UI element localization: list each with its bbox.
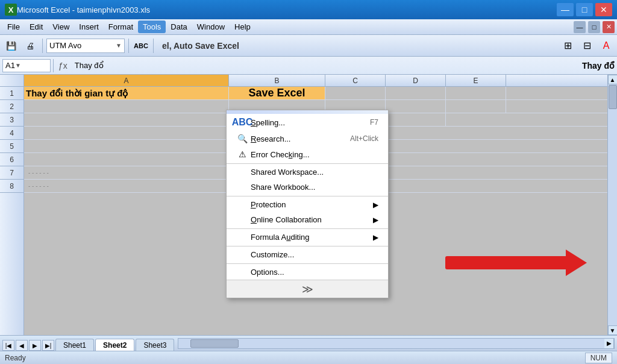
table-row: Thay đổi thời gian tự độ Save Excel [24, 87, 607, 100]
menu-format[interactable]: Format [104, 20, 138, 33]
cell-reference-box[interactable]: A1 ▼ [2, 59, 51, 72]
menu-data[interactable]: Data [166, 20, 192, 33]
cell-b1[interactable]: Save Excel [229, 87, 325, 99]
cell-a4[interactable] [24, 127, 229, 139]
minimize-app-button[interactable]: — [574, 21, 586, 33]
restore-app-button[interactable]: □ [588, 21, 600, 33]
arrow-head [566, 249, 605, 276]
grid-button-1[interactable]: ⊞ [559, 37, 576, 54]
save-toolbar-button[interactable]: 💾 [2, 37, 19, 54]
error-checking-label: Error Checking... [251, 150, 378, 159]
scroll-thumb[interactable] [609, 85, 617, 109]
column-headers: A B C D E [24, 75, 607, 87]
sheet-nav-prev[interactable]: ◀ [16, 340, 28, 351]
menu-item-customize[interactable]: Customize... [227, 246, 388, 262]
menu-item-shared-workspace[interactable]: Shared Workspace... [227, 163, 388, 180]
row-num-1: 1 [0, 87, 23, 100]
vertical-scrollbar[interactable]: ▲ ▼ [607, 75, 617, 335]
print-button[interactable]: 🖨 [22, 37, 39, 54]
menu-view[interactable]: View [48, 20, 74, 33]
h-scroll-right-arrow[interactable]: ▶ [604, 339, 614, 348]
col-header-d[interactable]: D [386, 75, 446, 86]
formula-fx-icon: ƒx [56, 61, 70, 71]
menu-window[interactable]: Window [192, 20, 230, 33]
horizontal-scrollbar[interactable]: ▶ [178, 338, 615, 349]
toolbar-separator-2 [128, 39, 129, 53]
h-scroll-thumb[interactable] [190, 339, 239, 348]
formula-audit-label: Formula Auditing [251, 233, 373, 242]
arrow-shaft [445, 256, 566, 269]
cell-d3[interactable] [386, 113, 446, 126]
formula-label-right: Thay đổ [582, 61, 615, 71]
menu-edit[interactable]: Edit [25, 20, 48, 33]
row-num-4: 4 [0, 127, 23, 140]
menu-item-research[interactable]: 🔍 Research... Alt+Click [227, 131, 388, 146]
cell-a3[interactable] [24, 113, 229, 126]
red-arrow-annotation [445, 249, 605, 276]
options-label: Options... [251, 268, 378, 277]
window-title: Microsoft Excel - taimienphivn2003.xls [17, 5, 557, 14]
cell-a8[interactable]: - - - - - - [24, 180, 229, 192]
cell-a5[interactable] [24, 140, 229, 152]
scroll-down-arrow[interactable]: ▼ [608, 325, 618, 335]
cell-a2[interactable] [24, 100, 229, 113]
cell-a7[interactable]: - - - - - - [24, 166, 229, 179]
menu-file[interactable]: File [2, 20, 25, 33]
minimize-button[interactable]: — [557, 3, 574, 16]
cell-e1[interactable] [446, 87, 506, 99]
cell-ref-value: A1 [5, 61, 15, 70]
cell-c1[interactable] [325, 87, 386, 99]
font-color-button[interactable]: A [598, 37, 615, 54]
col-header-e[interactable]: E [446, 75, 506, 86]
sheet-nav-last[interactable]: ▶| [42, 340, 54, 351]
menu-item-share-workbook[interactable]: Share Workbook... [227, 180, 388, 195]
formula-separator [53, 59, 54, 72]
cell-a1[interactable]: Thay đổi thời gian tự độ [24, 87, 229, 99]
grid-button-2[interactable]: ⊟ [578, 37, 595, 54]
cell-a6[interactable] [24, 153, 229, 166]
sheet-nav-next[interactable]: ▶ [29, 340, 41, 351]
more-tools-icon: ≫ [302, 283, 313, 296]
menu-item-online-collab[interactable]: Online Collaboration ▶ [227, 212, 388, 227]
menu-item-options[interactable]: Options... [227, 263, 388, 280]
sheet-tab-2[interactable]: Sheet2 [95, 339, 134, 351]
toolbar-separator-3 [153, 39, 154, 53]
title-bar: X Microsoft Excel - taimienphivn2003.xls… [0, 0, 617, 19]
col-header-a[interactable]: A [24, 75, 229, 86]
menu-bar: File Edit View Insert Format Tools Data … [0, 19, 617, 35]
sheet-nav-first[interactable]: |◀ [2, 340, 14, 351]
menu-item-spelling[interactable]: ABC Spelling... F7 [227, 114, 388, 131]
protection-arrow-icon: ▶ [373, 201, 378, 209]
sheet-tab-3[interactable]: Sheet3 [136, 339, 174, 351]
row-num-6: 6 [0, 153, 23, 166]
cell-d1[interactable] [386, 87, 446, 99]
formula-bar-label: el, Auto Save Excel [157, 41, 239, 51]
close-app-button[interactable]: ✕ [603, 21, 615, 33]
status-right: NUM [585, 353, 612, 363]
row-num-8: 8 [0, 180, 23, 193]
formula-audit-arrow-icon: ▶ [373, 233, 378, 242]
online-collab-label: Online Collaboration [251, 215, 373, 224]
error-check-icon: ⚠ [234, 149, 251, 159]
col-header-b[interactable]: B [229, 75, 325, 86]
research-label: Research... [251, 134, 350, 143]
menu-item-formula-audit[interactable]: Formula Auditing ▶ [227, 228, 388, 245]
menu-tools[interactable]: Tools [138, 20, 166, 33]
menu-item-error-checking[interactable]: ⚠ Error Checking... [227, 146, 388, 162]
formula-content: Thay đổ [72, 61, 106, 70]
research-icon: 🔍 [234, 134, 251, 143]
abc-button[interactable]: ABC [133, 37, 149, 54]
menu-insert[interactable]: Insert [74, 20, 104, 33]
menu-item-protection[interactable]: Protection ▶ [227, 196, 388, 212]
sheet-tab-1[interactable]: Sheet1 [55, 339, 94, 351]
col-header-c[interactable]: C [325, 75, 386, 86]
cell-d2[interactable] [386, 100, 446, 113]
cell-e2[interactable] [446, 100, 506, 113]
scroll-up-arrow[interactable]: ▲ [608, 75, 618, 84]
row-numbers: 1 2 3 4 5 6 7 8 [0, 75, 24, 335]
toolbar: 💾 🖨 UTM Avo ▼ ABC el, Auto Save Excel ⊞ … [0, 35, 617, 57]
font-name-box[interactable]: UTM Avo ▼ [46, 39, 125, 53]
close-button[interactable]: ✕ [595, 3, 612, 16]
maximize-button[interactable]: □ [576, 3, 593, 16]
menu-help[interactable]: Help [230, 20, 255, 33]
